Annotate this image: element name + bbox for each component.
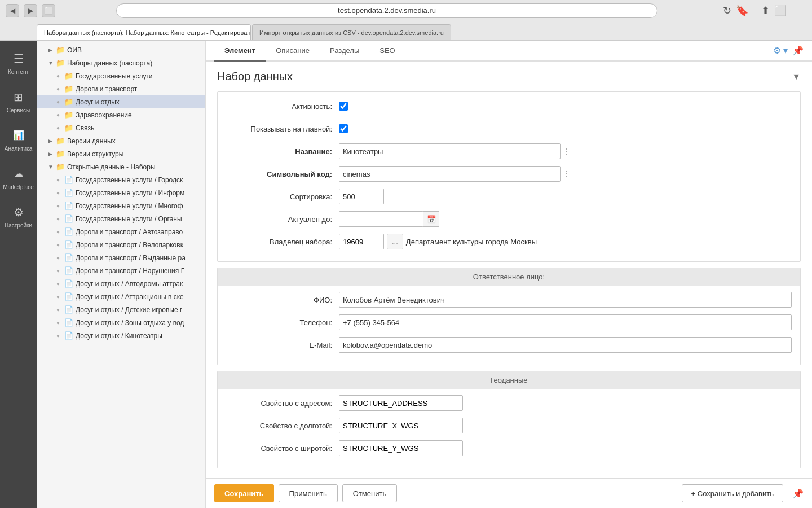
tree-item-leisure-zones[interactable]: ● 📄 Досуг и отдых / Зоны отдыха у вод <box>37 316 205 329</box>
leisure-folder-icon: 📁 <box>64 98 73 106</box>
save-add-button[interactable]: + Сохранить и добавить <box>682 484 783 502</box>
code-suffix-icon[interactable]: ⋮ <box>562 169 570 178</box>
roads-auto-folder-icon: 📄 <box>64 227 73 236</box>
address-bar[interactable]: test.opendata.2.dev.smedia.ru <box>116 3 657 18</box>
tree-item-roads-auto[interactable]: ● 📄 Дороги и транспорт / Автозаправо <box>37 225 205 238</box>
address-input[interactable] <box>339 395 463 411</box>
show-main-row: Показывать на главной: <box>226 120 792 137</box>
tree-item-health[interactable]: ● 📁 Здравоохранение <box>37 108 205 121</box>
latitude-input[interactable] <box>339 440 463 456</box>
open-data-label: Открытые данные - Наборы <box>67 163 156 171</box>
latitude-label: Свойство с широтой: <box>226 444 339 453</box>
gs-multi-folder-icon: 📄 <box>64 202 73 210</box>
tree-item-open-data[interactable]: ▼ 📁 Открытые данные - Наборы <box>37 160 205 173</box>
geo-section: Геоданные Свойство с адресом: Свойство с… <box>217 371 801 468</box>
sidebar-icons: ☰ Контент ⊞ Сервисы 📊 Аналитика ☁ Market… <box>0 41 37 508</box>
tree-item-datasets[interactable]: ▼ 📁 Наборы данных (паспорта) <box>37 56 205 69</box>
leisure-zones-folder-icon: 📄 <box>64 318 73 327</box>
bookmark-button[interactable]: 🔖 <box>736 5 748 17</box>
tab-description-label: Описание <box>276 46 310 55</box>
actual-date-input[interactable] <box>339 211 423 227</box>
tree-item-leisure-auto[interactable]: ● 📄 Досуг и отдых / Автодромы аттрак <box>37 277 205 290</box>
tab-element[interactable]: Элемент <box>214 41 266 62</box>
window-button[interactable]: ⬜ <box>774 5 787 17</box>
roads-issued-arrow: ● <box>56 255 62 261</box>
forward-button[interactable]: ▶ <box>24 4 37 17</box>
tree-item-comm[interactable]: ● 📁 Связь <box>37 121 205 134</box>
tab-description[interactable]: Описание <box>266 41 320 62</box>
owner-id-input[interactable] <box>339 234 384 249</box>
collapse-button[interactable]: ▼ <box>792 72 801 82</box>
content-tabs: Элемент Описание Разделы SEO ⚙ ▾ 📌 <box>206 41 812 62</box>
tree-item-leisure-kids[interactable]: ● 📄 Досуг и отдых / Детские игровые г <box>37 303 205 316</box>
comm-label: Связь <box>76 124 94 132</box>
main-form-section: Активность: Показывать на главной: <box>217 91 801 262</box>
services-icon: ⊞ <box>11 89 27 105</box>
tree-item-leisure[interactable]: ● 📁 Досуг и отдых <box>37 95 205 108</box>
longitude-input[interactable] <box>339 418 463 433</box>
tab-2[interactable]: Импорт открытых данных из CSV - dev.open… <box>252 24 451 40</box>
services-label: Сервисы <box>7 107 30 113</box>
tree-item-gs-multi[interactable]: ● 📄 Государственные услуги / Многоф <box>37 199 205 212</box>
latitude-row: Свойство с широтой: <box>226 440 792 457</box>
tree-item-data-versions[interactable]: ▶ 📁 Версии данных <box>37 134 205 147</box>
datasets-folder-icon: 📁 <box>56 59 65 67</box>
sidebar-item-content[interactable]: ☰ Контент <box>0 43 37 82</box>
back-button[interactable]: ◀ <box>6 4 19 17</box>
roads-velo-folder-icon: 📄 <box>64 240 73 249</box>
sidebar-item-analytics[interactable]: 📊 Аналитика <box>0 120 37 159</box>
tree-item-roads-issued[interactable]: ● 📄 Дороги и транспорт / Выданные ра <box>37 251 205 264</box>
tree-item-leisure-attr[interactable]: ● 📄 Досуг и отдых / Аттракционы в ске <box>37 290 205 303</box>
browser-chrome: ◀ ▶ ⬜ test.opendata.2.dev.smedia.ru ↻ 🔖 … <box>0 0 812 41</box>
gear-settings-button[interactable]: ⚙ ▾ <box>773 45 788 56</box>
gs-organs-arrow: ● <box>56 216 62 222</box>
show-main-checkbox[interactable] <box>339 124 348 133</box>
toolbar-pin-icon[interactable]: 📌 <box>792 488 804 499</box>
tree-item-roads-velo[interactable]: ● 📄 Дороги и транспорт / Велопарковк <box>37 238 205 251</box>
name-row: Название: ⋮ <box>226 143 792 160</box>
sidebar-item-services[interactable]: ⊞ Сервисы <box>0 82 37 120</box>
main-content: Элемент Описание Разделы SEO ⚙ ▾ 📌 Набор… <box>206 41 812 508</box>
tab-1[interactable]: Наборы данных (паспорта): Набор данных: … <box>37 24 251 40</box>
tree-item-gs-inform[interactable]: ● 📄 Государственные услуги / Информ <box>37 186 205 199</box>
tree-item-oiv[interactable]: ▶ 📁 ОИВ <box>37 43 205 56</box>
roads-violate-arrow: ● <box>56 268 62 274</box>
fio-input[interactable] <box>339 292 792 308</box>
code-input[interactable] <box>339 166 561 182</box>
owner-dots-button[interactable]: ... <box>387 234 403 249</box>
pin-button[interactable]: 📌 <box>792 45 804 56</box>
tree-item-gs-city[interactable]: ● 📄 Государственные услуги / Городск <box>37 173 205 186</box>
leisure-kids-label: Досуг и отдых / Детские игровые г <box>76 306 182 314</box>
tree-item-roads[interactable]: ● 📁 Дороги и транспорт <box>37 82 205 95</box>
email-input[interactable] <box>339 337 792 353</box>
gs-city-arrow: ● <box>56 177 62 183</box>
tree-item-gosuslugi[interactable]: ● 📁 Государственные услуги <box>37 69 205 82</box>
name-suffix-icon[interactable]: ⋮ <box>562 147 570 156</box>
sidebar-item-settings[interactable]: ⚙ Настройки <box>0 197 37 235</box>
name-input[interactable] <box>339 143 561 159</box>
cancel-button[interactable]: Отменить <box>342 484 397 502</box>
leisure-cinema-folder-icon: 📄 <box>64 331 73 340</box>
app-layout: ☰ Контент ⊞ Сервисы 📊 Аналитика ☁ Market… <box>0 41 812 508</box>
share-button[interactable]: ⬆ <box>761 5 770 17</box>
sidebar-item-marketplace[interactable]: ☁ Marketplace <box>0 159 37 197</box>
calendar-button[interactable]: 📅 <box>423 211 439 227</box>
gs-city-folder-icon: 📄 <box>64 176 73 184</box>
tab-sections[interactable]: Разделы <box>320 41 369 62</box>
phone-input[interactable] <box>339 314 792 330</box>
oiv-label: ОИВ <box>67 46 82 54</box>
actual-label: Актуален до: <box>226 215 339 224</box>
activity-checkbox[interactable] <box>339 102 348 111</box>
sort-input[interactable] <box>339 189 384 204</box>
tree-item-roads-violate[interactable]: ● 📄 Дороги и транспорт / Нарушения Г <box>37 264 205 277</box>
refresh-button[interactable]: ↻ <box>723 5 731 17</box>
tab-seo[interactable]: SEO <box>369 41 405 62</box>
leisure-attr-folder-icon: 📄 <box>64 292 73 301</box>
tree-item-leisure-cinema[interactable]: ● 📄 Досуг и отдых / Кинотеатры <box>37 329 205 342</box>
maximize-button[interactable]: ⬜ <box>42 4 55 17</box>
tree-item-struct-versions[interactable]: ▶ 📁 Версии структуры <box>37 147 205 160</box>
apply-button[interactable]: Применить <box>279 484 338 502</box>
tree-item-gs-organs[interactable]: ● 📄 Государственные услуги / Органы <box>37 212 205 225</box>
save-button[interactable]: Сохранить <box>214 484 274 502</box>
datasets-arrow: ▼ <box>48 60 54 66</box>
